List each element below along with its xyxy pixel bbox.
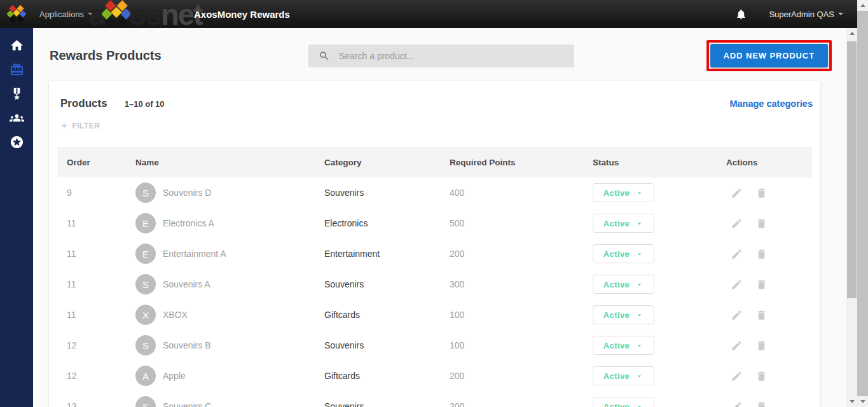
pencil-icon [731, 370, 743, 382]
avatar: S [135, 335, 156, 355]
table-row: 11 E Electronics A Electronics 500 Activ… [57, 208, 812, 238]
product-name: Apple [163, 371, 186, 381]
category-value: Souvenirs [324, 188, 364, 198]
axosnet-watermark: a osnet [89, 0, 202, 28]
status-dropdown[interactable]: Active [593, 366, 654, 385]
page-title: Rewards Products [50, 48, 162, 63]
product-name: Souvenirs D [163, 188, 211, 198]
edit-button[interactable] [731, 340, 743, 352]
table-header-row: Order Name Category Required Points Stat… [57, 147, 812, 177]
sidebar-item-achievements[interactable] [10, 86, 24, 101]
chevron-down-icon [635, 403, 644, 407]
sidebar-item-users[interactable] [10, 111, 24, 125]
avatar: E [135, 244, 156, 264]
edit-button[interactable] [731, 401, 743, 407]
scroll-down-button[interactable] [857, 396, 868, 407]
column-required-points: Required Points [450, 147, 593, 177]
delete-button[interactable] [755, 248, 768, 260]
scroll-up-button[interactable] [857, 0, 868, 11]
avatar: S [135, 396, 156, 407]
product-name: Souvenirs B [163, 340, 210, 350]
status-dropdown[interactable]: Active [593, 244, 654, 263]
delete-button[interactable] [755, 401, 768, 407]
manage-categories-link[interactable]: Manage categories [729, 99, 813, 109]
avatar: S [135, 274, 156, 294]
table-row: 11 X XBOX Giftcards 100 Active [57, 300, 812, 330]
edit-button[interactable] [731, 370, 743, 382]
sidebar-item-points[interactable] [10, 135, 24, 149]
search-icon [319, 50, 330, 62]
main-content: Rewards Products ADD NEW PRODUCT Product… [33, 28, 846, 407]
pencil-icon [731, 309, 743, 321]
edit-button[interactable] [731, 217, 743, 230]
window-scrollbar-thumb[interactable] [857, 11, 868, 396]
scroll-up-button[interactable] [846, 28, 857, 39]
trash-icon [755, 370, 768, 382]
status-dropdown[interactable]: Active [593, 183, 654, 202]
avatar: X [135, 305, 156, 325]
status-value: Active [603, 249, 630, 259]
sidebar-item-home[interactable] [10, 38, 24, 53]
order-value: 12 [67, 371, 77, 381]
pagination-range: 1–10 of 10 [125, 99, 165, 109]
points-value: 200 [450, 249, 464, 259]
edit-button[interactable] [731, 248, 743, 260]
status-dropdown[interactable]: Active [593, 214, 654, 233]
avatar: A [135, 366, 156, 386]
delete-button[interactable] [755, 370, 768, 382]
home-icon [10, 38, 24, 53]
status-dropdown[interactable]: Active [593, 397, 654, 407]
edit-button[interactable] [731, 309, 743, 321]
column-actions: Actions [726, 147, 812, 177]
pencil-icon [731, 187, 743, 199]
product-name: Souvenirs A [163, 279, 210, 289]
gift-icon [10, 62, 24, 77]
axosnet-logo-icon [7, 4, 26, 24]
groups-icon [10, 111, 24, 125]
content-scrollbar-thumb[interactable] [847, 41, 857, 298]
chevron-down-icon [635, 311, 644, 319]
status-dropdown[interactable]: Active [593, 305, 654, 324]
delete-button[interactable] [755, 279, 768, 291]
edit-button[interactable] [731, 187, 743, 199]
applications-menu[interactable]: Applications [39, 10, 93, 19]
window-scrollbar[interactable] [857, 0, 868, 407]
sidebar-item-rewards[interactable] [10, 62, 24, 77]
arrow-down-icon [860, 400, 865, 403]
order-value: 11 [67, 310, 76, 320]
filter-button[interactable]: + FILTER [49, 121, 820, 131]
table-row: 11 E Entertainment A Entertainment 200 A… [57, 238, 812, 269]
search-input[interactable] [339, 51, 555, 61]
delete-button[interactable] [755, 187, 768, 199]
avatar-initial: E [142, 218, 149, 229]
delete-button[interactable] [755, 340, 768, 352]
add-new-product-button[interactable]: ADD NEW PRODUCT [710, 44, 829, 67]
status-value: Active [603, 280, 630, 289]
table-row: 12 S Souvenirs B Souvenirs 100 Active [57, 330, 812, 361]
column-name: Name [135, 147, 324, 177]
notifications-bell-icon[interactable] [735, 8, 747, 20]
product-name: XBOX [163, 310, 188, 320]
scroll-down-button[interactable] [846, 396, 857, 407]
avatar-initial: S [142, 188, 149, 198]
pencil-icon [731, 401, 743, 407]
category-value: Souvenirs [324, 279, 364, 289]
arrow-up-icon [850, 32, 855, 35]
content-scrollbar[interactable] [846, 28, 857, 407]
delete-button[interactable] [755, 217, 768, 230]
app-title: AxosMoney Rewards [194, 9, 290, 20]
status-value: Active [603, 310, 630, 320]
points-value: 200 [450, 371, 464, 381]
edit-button[interactable] [731, 279, 743, 291]
table-row: 11 S Souvenirs A Souvenirs 300 Active [57, 269, 812, 300]
pencil-icon [731, 279, 743, 291]
user-menu[interactable]: SuperAdmin QAS [769, 10, 843, 19]
points-value: 500 [450, 218, 464, 228]
order-value: 12 [67, 340, 77, 350]
delete-button[interactable] [755, 309, 768, 321]
filter-label: FILTER [72, 121, 100, 130]
category-value: Electronics [324, 218, 368, 228]
status-dropdown[interactable]: Active [593, 275, 654, 294]
status-dropdown[interactable]: Active [593, 336, 654, 355]
medal-icon [10, 86, 24, 101]
